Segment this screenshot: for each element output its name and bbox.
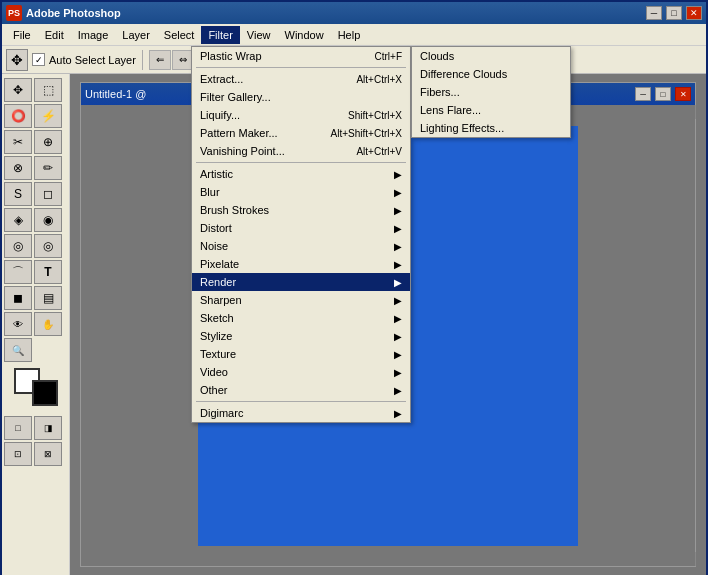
quickmask-mode[interactable]: ◨ <box>34 416 62 440</box>
filter-distort[interactable]: Distort ▶ <box>192 219 410 237</box>
filter-brush-strokes[interactable]: Brush Strokes ▶ <box>192 201 410 219</box>
standard-mode[interactable]: □ <box>4 416 32 440</box>
menu-separator-3 <box>196 401 406 402</box>
filter-dropdown-menu: Plastic Wrap Ctrl+F Extract... Alt+Ctrl+… <box>191 46 411 423</box>
eraser-tool[interactable]: ◻ <box>34 182 62 206</box>
auto-select-label: Auto Select Layer <box>49 54 136 66</box>
menu-separator-2 <box>196 162 406 163</box>
dodge-tool[interactable]: ◎ <box>4 234 32 258</box>
pen-tool[interactable]: ⌒ <box>4 260 32 284</box>
menu-separator-1 <box>196 67 406 68</box>
toolbox: ✥ ⬚ ⭕ ⚡ ✂ ⊕ ⊗ ✏ S ◻ ◈ ◉ <box>2 74 70 575</box>
filter-vanishing-point[interactable]: Vanishing Point... Alt+Ctrl+V <box>192 142 410 160</box>
doc-minimize-btn[interactable]: ─ <box>635 87 651 101</box>
menu-image[interactable]: Image <box>71 26 116 44</box>
app-icon: PS <box>6 5 22 21</box>
render-clouds[interactable]: Clouds <box>412 47 570 65</box>
move-tool[interactable]: ✥ <box>4 78 32 102</box>
crop-tool[interactable]: ✂ <box>4 130 32 154</box>
filter-blur[interactable]: Blur ▶ <box>192 183 410 201</box>
menu-file[interactable]: File <box>6 26 38 44</box>
filter-pixelate[interactable]: Pixelate ▶ <box>192 255 410 273</box>
menu-layer[interactable]: Layer <box>115 26 157 44</box>
filter-liquify[interactable]: Liquify... Shift+Ctrl+X <box>192 106 410 124</box>
app-title: Adobe Photoshop <box>26 7 642 19</box>
filter-pattern-maker[interactable]: Pattern Maker... Alt+Shift+Ctrl+X <box>192 124 410 142</box>
move-tool-icon[interactable]: ✥ <box>6 49 28 71</box>
close-button[interactable]: ✕ <box>686 6 702 20</box>
app-window: PS Adobe Photoshop ─ □ ✕ File Edit Image… <box>0 0 708 575</box>
blur-tool[interactable]: ◉ <box>34 208 62 232</box>
magic-wand-tool[interactable]: ⚡ <box>34 104 62 128</box>
eyedropper-tool[interactable]: 👁 <box>4 312 32 336</box>
menu-view[interactable]: View <box>240 26 278 44</box>
render-difference-clouds[interactable]: Difference Clouds <box>412 65 570 83</box>
menu-window[interactable]: Window <box>278 26 331 44</box>
filter-noise[interactable]: Noise ▶ <box>192 237 410 255</box>
filter-digimarc[interactable]: Digimarc ▶ <box>192 404 410 422</box>
burn-tool[interactable]: ◎ <box>34 234 62 258</box>
shape-tool[interactable]: ◼ <box>4 286 32 310</box>
hand-tool[interactable]: ✋ <box>34 312 62 336</box>
gradient-tool[interactable]: ◈ <box>4 208 32 232</box>
filter-sketch[interactable]: Sketch ▶ <box>192 309 410 327</box>
fullscreen-mode[interactable]: ⊠ <box>34 442 62 466</box>
render-lens-flare[interactable]: Lens Flare... <box>412 101 570 119</box>
color-swatch <box>14 368 58 406</box>
render-submenu: Clouds Difference Clouds Fibers... Lens … <box>411 46 571 138</box>
filter-texture[interactable]: Texture ▶ <box>192 345 410 363</box>
select-tool[interactable]: ⬚ <box>34 78 62 102</box>
filter-plastic-wrap[interactable]: Plastic Wrap Ctrl+F <box>192 47 410 65</box>
zoom-tool[interactable]: 🔍 <box>4 338 32 362</box>
doc-close-btn[interactable]: ✕ <box>675 87 691 101</box>
text-tool[interactable]: T <box>34 260 62 284</box>
lasso-tool[interactable]: ⭕ <box>4 104 32 128</box>
title-bar: PS Adobe Photoshop ─ □ ✕ <box>2 2 706 24</box>
notes-tool[interactable]: ▤ <box>34 286 62 310</box>
render-fibers[interactable]: Fibers... <box>412 83 570 101</box>
menu-edit[interactable]: Edit <box>38 26 71 44</box>
screen-mode[interactable]: ⊡ <box>4 442 32 466</box>
clone-tool[interactable]: S <box>4 182 32 206</box>
filter-artistic[interactable]: Artistic ▶ <box>192 165 410 183</box>
menu-select[interactable]: Select <box>157 26 202 44</box>
filter-gallery[interactable]: Filter Gallery... <box>192 88 410 106</box>
heal-tool[interactable]: ⊗ <box>4 156 32 180</box>
menu-help[interactable]: Help <box>331 26 368 44</box>
doc-restore-btn[interactable]: □ <box>655 87 671 101</box>
minimize-button[interactable]: ─ <box>646 6 662 20</box>
align-left-icon[interactable]: ⇐ <box>149 50 171 70</box>
background-color[interactable] <box>32 380 58 406</box>
menu-bar: File Edit Image Layer Select Filter View… <box>2 24 706 46</box>
brush-tool[interactable]: ✏ <box>34 156 62 180</box>
auto-select-checkbox[interactable]: ✓ <box>32 53 45 66</box>
filter-extract[interactable]: Extract... Alt+Ctrl+X <box>192 70 410 88</box>
slice-tool[interactable]: ⊕ <box>34 130 62 154</box>
filter-video[interactable]: Video ▶ <box>192 363 410 381</box>
render-lighting-effects[interactable]: Lighting Effects... <box>412 119 570 137</box>
filter-render[interactable]: Render ▶ <box>192 273 410 291</box>
filter-sharpen[interactable]: Sharpen ▶ <box>192 291 410 309</box>
filter-other[interactable]: Other ▶ <box>192 381 410 399</box>
maximize-button[interactable]: □ <box>666 6 682 20</box>
filter-stylize[interactable]: Stylize ▶ <box>192 327 410 345</box>
menu-filter[interactable]: Filter <box>201 26 239 44</box>
